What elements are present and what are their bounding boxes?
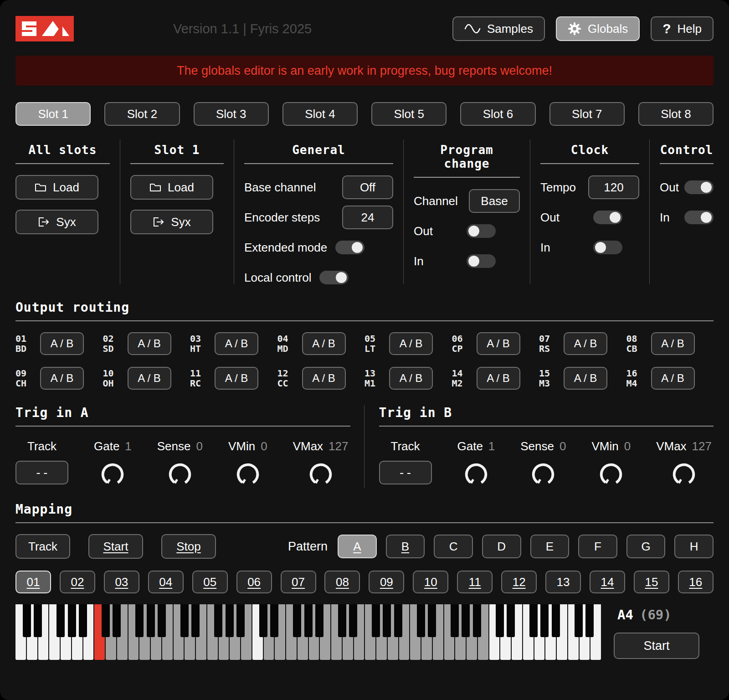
piano-key-black[interactable] — [259, 604, 267, 637]
piano-key-black[interactable] — [214, 604, 222, 637]
slot-tab-4[interactable]: Slot 4 — [282, 102, 358, 126]
slot-tab-2[interactable]: Slot 2 — [104, 102, 180, 126]
step-button-10[interactable]: 10 — [413, 571, 448, 593]
route-ab-button-01[interactable]: A / B — [40, 332, 84, 355]
trig-a-track-button[interactable]: -- — [15, 461, 68, 484]
step-button-12[interactable]: 12 — [501, 571, 537, 593]
piano-key-black[interactable] — [338, 604, 346, 637]
extended-mode-toggle[interactable] — [335, 241, 364, 254]
syx-all-slots-button[interactable]: Syx — [15, 210, 98, 234]
pattern-e-button[interactable]: E — [530, 535, 570, 558]
piano-key-black[interactable] — [394, 604, 402, 637]
pattern-c-button[interactable]: C — [434, 535, 473, 558]
trig-b-vmax-knob[interactable] — [670, 461, 698, 488]
step-button-03[interactable]: 03 — [104, 571, 139, 593]
piano-key-black[interactable] — [462, 604, 470, 637]
route-ab-button-11[interactable]: A / B — [215, 367, 258, 390]
piano-key-black[interactable] — [135, 604, 144, 637]
piano-key-black[interactable] — [68, 604, 76, 637]
route-ab-button-09[interactable]: A / B — [40, 367, 84, 390]
piano-key-black[interactable] — [349, 604, 357, 637]
route-ab-button-08[interactable]: A / B — [651, 332, 695, 355]
piano-key-black[interactable] — [304, 604, 313, 637]
clock-out-toggle[interactable] — [593, 211, 622, 224]
route-ab-button-10[interactable]: A / B — [128, 367, 171, 390]
route-ab-button-04[interactable]: A / B — [302, 332, 346, 355]
help-button[interactable]: ? Help — [651, 16, 714, 41]
piano-key-black[interactable] — [113, 604, 121, 637]
piano-key-black[interactable] — [417, 604, 425, 637]
tempo-button[interactable]: 120 — [588, 175, 639, 199]
piano-key-black[interactable] — [34, 604, 42, 637]
piano-key-black[interactable] — [451, 604, 459, 637]
globals-button[interactable]: Globals — [556, 16, 640, 41]
step-button-02[interactable]: 02 — [60, 571, 95, 593]
trig-a-vmax-knob[interactable] — [307, 461, 334, 488]
step-button-05[interactable]: 05 — [192, 571, 228, 593]
mapping-start-button[interactable]: Start — [88, 534, 143, 559]
step-button-07[interactable]: 07 — [281, 571, 316, 593]
slot-tab-8[interactable]: Slot 8 — [638, 102, 714, 126]
piano-key-black[interactable] — [79, 604, 87, 637]
piano-key-black[interactable] — [473, 604, 481, 637]
trig-b-gate-knob[interactable] — [462, 461, 490, 488]
base-channel-button[interactable]: Off — [342, 175, 393, 199]
piano-key-black[interactable] — [585, 604, 594, 637]
piano-key-black[interactable] — [529, 604, 538, 637]
slot-tab-7[interactable]: Slot 7 — [549, 102, 625, 126]
step-button-04[interactable]: 04 — [148, 571, 184, 593]
control-out-toggle[interactable] — [684, 180, 714, 194]
step-button-06[interactable]: 06 — [236, 571, 272, 593]
piano-key-black[interactable] — [270, 604, 278, 637]
route-ab-button-03[interactable]: A / B — [215, 332, 258, 355]
slot-tab-3[interactable]: Slot 3 — [194, 102, 269, 126]
local-control-toggle[interactable] — [319, 271, 349, 284]
pc-in-toggle[interactable] — [467, 254, 496, 268]
pattern-h-button[interactable]: H — [674, 535, 714, 558]
pattern-g-button[interactable]: G — [626, 535, 666, 558]
piano-key-black[interactable] — [507, 604, 515, 637]
piano-key-black[interactable] — [226, 604, 234, 637]
route-ab-button-06[interactable]: A / B — [477, 332, 520, 355]
piano-key-black[interactable] — [56, 604, 65, 637]
route-ab-button-13[interactable]: A / B — [389, 367, 433, 390]
route-ab-button-14[interactable]: A / B — [477, 367, 520, 390]
step-button-14[interactable]: 14 — [590, 571, 625, 593]
step-button-15[interactable]: 15 — [634, 571, 669, 593]
piano-key-black[interactable] — [102, 604, 110, 637]
step-button-01[interactable]: 01 — [15, 571, 51, 593]
piano-key-black[interactable] — [158, 604, 166, 637]
piano-key-black[interactable] — [383, 604, 391, 637]
control-in-toggle[interactable] — [684, 211, 714, 224]
encoder-steps-button[interactable]: 24 — [342, 206, 393, 229]
route-ab-button-15[interactable]: A / B — [564, 367, 607, 390]
slot-tab-6[interactable]: Slot 6 — [460, 102, 535, 126]
step-button-11[interactable]: 11 — [457, 571, 493, 593]
pattern-b-button[interactable]: B — [386, 535, 425, 558]
pattern-d-button[interactable]: D — [482, 535, 521, 558]
mapping-stop-button[interactable]: Stop — [161, 534, 216, 559]
piano-key-black[interactable] — [575, 604, 583, 637]
pattern-f-button[interactable]: F — [578, 535, 617, 558]
route-ab-button-16[interactable]: A / B — [651, 367, 695, 390]
clock-in-toggle[interactable] — [593, 241, 622, 254]
piano-key-black[interactable] — [180, 604, 189, 637]
step-button-09[interactable]: 09 — [369, 571, 404, 593]
piano-key-black[interactable] — [552, 604, 560, 637]
pc-channel-button[interactable]: Base — [469, 189, 520, 213]
route-ab-button-02[interactable]: A / B — [128, 332, 171, 355]
trig-a-gate-knob[interactable] — [99, 461, 126, 488]
trig-a-sense-knob[interactable] — [166, 461, 194, 488]
trig-b-vmin-knob[interactable] — [597, 461, 625, 488]
step-button-16[interactable]: 16 — [678, 571, 714, 593]
step-button-08[interactable]: 08 — [324, 571, 360, 593]
piano-key-black[interactable] — [428, 604, 436, 637]
route-ab-button-07[interactable]: A / B — [564, 332, 607, 355]
route-ab-button-05[interactable]: A / B — [389, 332, 433, 355]
piano-key-black[interactable] — [496, 604, 504, 637]
trig-b-track-button[interactable]: -- — [379, 461, 432, 484]
piano-key-black[interactable] — [293, 604, 301, 637]
piano-key-black[interactable] — [23, 604, 31, 637]
mapping-track-button[interactable]: Track — [15, 534, 70, 559]
keyboard-start-button[interactable]: Start — [614, 633, 699, 659]
